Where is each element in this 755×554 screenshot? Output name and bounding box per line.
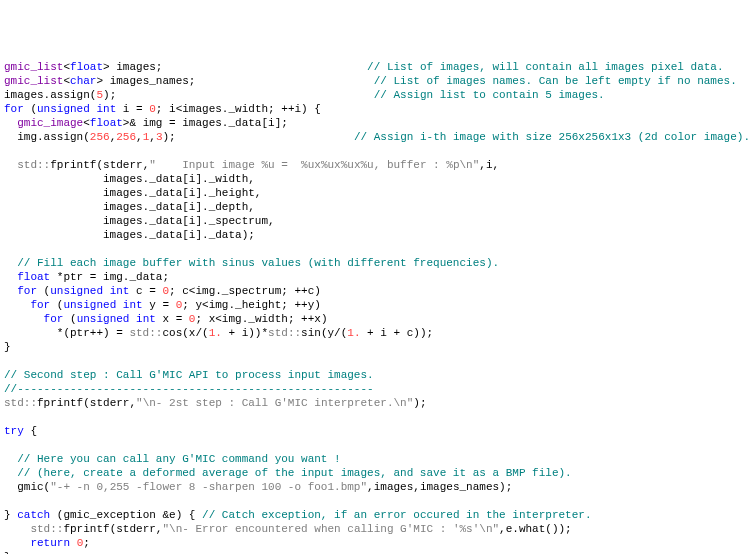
token-kw: char [70,75,96,87]
token-id: fprintf(stderr, [63,523,162,535]
token-std: std:: [30,523,63,535]
token-id: ( [24,103,37,115]
token-cmt: // List of images names. Can be left emp… [374,75,737,87]
token-id: (gmic_exception &e) { [50,509,202,521]
token-kw: float [17,271,50,283]
token-id: ; y<img._height; ++y) [182,299,321,311]
code-line: } catch (gmic_exception &e) { // Catch e… [4,508,751,522]
code-line: } [4,550,751,554]
token-kw: return [30,537,70,549]
code-line: std::fprintf(stderr," Input image %u = %… [4,158,751,172]
token-id [4,117,17,129]
token-id [4,453,17,465]
code-line [4,242,751,256]
token-id [4,271,17,283]
token-kw: unsigned int [37,103,116,115]
code-line: std::fprintf(stderr,"\n- 2st step : Call… [4,396,751,410]
token-id: cos(x/( [162,327,208,339]
token-num: 1. [347,327,360,339]
token-id: ( [63,313,76,325]
token-id: ); [103,89,374,101]
token-id [4,313,44,325]
token-std: std:: [129,327,162,339]
token-type: gmic_list [4,75,63,87]
token-std: std:: [17,159,50,171]
token-num: 256 [90,131,110,143]
token-id: images._data[i]._spectrum, [4,215,275,227]
token-cmt: // (here, create a deformed average of t… [17,467,572,479]
code-line: std::fprintf(stderr,"\n- Error encounter… [4,522,751,536]
code-line: for (unsigned int y = 0; y<img._height; … [4,298,751,312]
token-id: i = [116,103,149,115]
code-line: images._data[i]._height, [4,186,751,200]
token-id: y = [143,299,176,311]
code-line: images._data[i]._spectrum, [4,214,751,228]
code-line: img.assign(256,256,1,3); // Assign i-th … [4,130,751,144]
token-str: "\n- 2st step : Call G'MIC interpreter.\… [136,397,413,409]
token-id: x = [156,313,189,325]
token-id [4,537,30,549]
code-block: gmic_list<float> images; // List of imag… [4,60,751,554]
token-kw: float [70,61,103,73]
token-id: fprintf(stderr, [50,159,149,171]
token-kw: for [17,285,37,297]
token-num: 3 [156,131,163,143]
token-id [4,523,30,535]
token-id: > images; [103,61,367,73]
code-line: gmic_list<char> images_names; // List of… [4,74,751,88]
token-type: gmic_image [17,117,83,129]
token-id: ,i, [479,159,499,171]
token-id: >& img = images._data[i]; [123,117,288,129]
code-line: gmic("-+ -n 0,255 -flower 8 -sharpen 100… [4,480,751,494]
token-id: } [4,341,11,353]
token-str: "\n- Error encountered when calling G'MI… [162,523,499,535]
token-cmt: // Catch exception, if an error occured … [202,509,591,521]
token-id: , [149,131,156,143]
token-id: > images_names; [96,75,373,87]
token-id: < [83,117,90,129]
code-line: images._data[i]._depth, [4,200,751,214]
token-id: ); [413,397,426,409]
token-id: ; c<img._spectrum; ++c) [169,285,321,297]
token-id: ,e.what()); [499,523,572,535]
code-line: for (unsigned int c = 0; c<img._spectrum… [4,284,751,298]
token-cmt: //--------------------------------------… [4,383,374,395]
token-kw: unsigned int [50,285,129,297]
token-id: ; [83,537,90,549]
token-kw: unsigned int [63,299,142,311]
code-line: *(ptr++) = std::cos(x/(1. + i))*std::sin… [4,326,751,340]
token-id: ,images,images_names); [367,481,512,493]
token-id: ; x<img._width; ++x) [195,313,327,325]
code-line: gmic_image<float>& img = images._data[i]… [4,116,751,130]
token-cmt: // List of images, will contain all imag… [367,61,723,73]
token-id: img.assign( [4,131,90,143]
token-id: ); [163,131,354,143]
token-std: std:: [4,397,37,409]
code-line: images._data[i]._data); [4,228,751,242]
code-line: float *ptr = img._data; [4,270,751,284]
code-line [4,144,751,158]
token-kw: for [4,103,24,115]
code-line: //--------------------------------------… [4,382,751,396]
token-kw: for [30,299,50,311]
token-id: { [24,425,37,437]
token-id [4,299,30,311]
token-id [4,467,17,479]
token-id [4,159,17,171]
token-kw: unsigned int [77,313,156,325]
token-id [4,257,17,269]
token-str: " Input image %u = %ux%ux%ux%u, buffer :… [149,159,479,171]
token-cmt: // Here you can call any G'MIC command y… [17,453,340,465]
token-num: 0 [149,103,156,115]
code-line: for (unsigned int x = 0; x<img._width; +… [4,312,751,326]
token-id: fprintf(stderr, [37,397,136,409]
token-kw: try [4,425,24,437]
token-std: std:: [268,327,301,339]
token-id [4,285,17,297]
token-id: c = [129,285,162,297]
token-id: *ptr = img._data; [50,271,169,283]
token-type: gmic_list [4,61,63,73]
token-cmt: // Second step : Call G'MIC API to proce… [4,369,374,381]
code-line: gmic_list<float> images; // List of imag… [4,60,751,74]
code-line [4,438,751,452]
